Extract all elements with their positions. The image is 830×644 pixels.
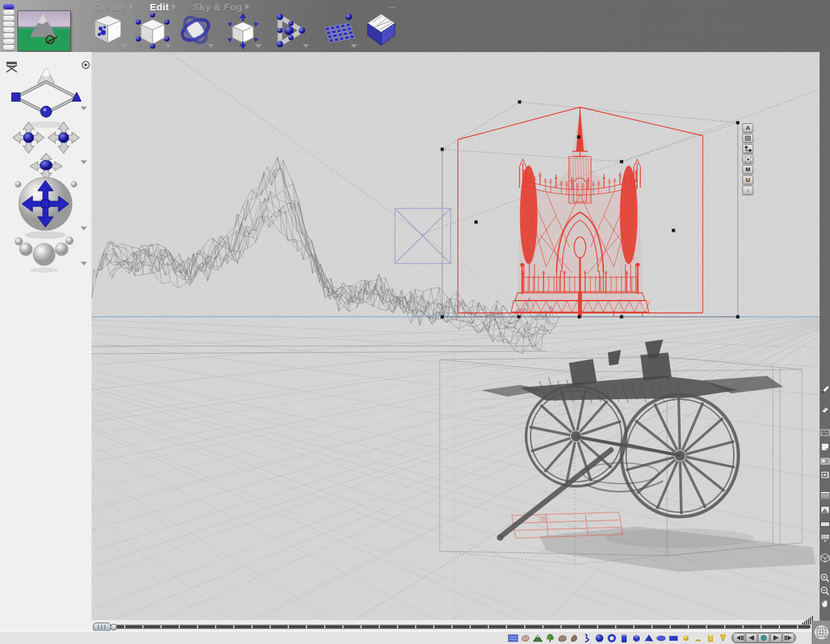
create-water-plane-icon[interactable] xyxy=(507,632,519,643)
menu-create[interactable]: Create xyxy=(94,1,133,12)
cannon-wireframe[interactable] xyxy=(472,340,816,572)
trackball-dropdown-icon[interactable] xyxy=(81,227,87,230)
menu-arrow-icon xyxy=(245,3,249,10)
menu-sky-fog[interactable]: Sky & Fog xyxy=(193,1,249,12)
swatch-button[interactable] xyxy=(742,134,753,143)
page-corner-icon[interactable] xyxy=(820,441,830,452)
memory-dot-8[interactable] xyxy=(3,45,14,50)
origin-button[interactable] xyxy=(742,155,753,164)
reposition-tool-icon-dropdown[interactable] xyxy=(255,44,262,48)
window-resize-icon[interactable]: ↔ xyxy=(387,0,397,11)
create-dome-light-icon[interactable] xyxy=(692,632,704,643)
antialias-lines-icon[interactable] xyxy=(820,490,830,501)
terrain-editor-icon[interactable] xyxy=(364,13,401,49)
render-wide-icon[interactable] xyxy=(820,519,830,529)
render-box-center-icon[interactable] xyxy=(820,469,830,480)
menu-bar: Create Edit Sky & Fog xyxy=(94,1,249,12)
timeline-playhead[interactable] xyxy=(93,623,111,632)
resize-tool-icon[interactable] xyxy=(135,13,171,49)
material-button[interactable]: M xyxy=(742,165,753,174)
menu-edit[interactable]: Edit xyxy=(150,1,177,12)
edit-textures-cube-icon-dropdown[interactable] xyxy=(121,44,128,48)
memory-dot-4[interactable] xyxy=(3,21,14,27)
top-toolbar: Create Edit Sky & Fog ↔ xyxy=(0,0,830,52)
pan-hand-icon[interactable] xyxy=(820,598,830,608)
memory-dot-1[interactable] xyxy=(3,4,14,9)
timeline-row xyxy=(92,620,820,631)
memory-dot-3[interactable] xyxy=(3,16,14,21)
create-pyramid-icon[interactable] xyxy=(643,632,655,643)
create-cylinder-icon[interactable] xyxy=(618,632,630,643)
resize-tool-icon-dropdown[interactable] xyxy=(165,44,171,48)
rotate-tool-icon-dropdown[interactable] xyxy=(208,44,214,48)
memory-dot-2[interactable] xyxy=(3,10,14,15)
render-region-icon[interactable] xyxy=(820,427,830,438)
create-palette xyxy=(507,632,764,643)
create-spot-light-icon[interactable] xyxy=(705,632,716,643)
alignment-tool-icon-dropdown[interactable] xyxy=(303,44,309,48)
create-symmetric-lattice-icon[interactable] xyxy=(581,632,593,643)
camera-widget-dropdown-icon[interactable] xyxy=(81,106,87,110)
create-square-spot-light-icon[interactable] xyxy=(717,632,729,643)
wireframe-cube-icon[interactable] xyxy=(820,552,830,563)
memory-dot-7[interactable] xyxy=(3,39,14,44)
create-torus-icon[interactable] xyxy=(606,632,618,643)
view-preset-spheres[interactable] xyxy=(4,235,88,275)
render-box-small-icon[interactable] xyxy=(820,456,830,466)
alignment-tool-icon[interactable] xyxy=(273,13,309,49)
ground-grid xyxy=(92,310,820,622)
create-terrain-mountain-icon[interactable] xyxy=(532,632,544,643)
jump-to-start-button[interactable] xyxy=(733,633,745,643)
zoom-in-icon[interactable] xyxy=(820,573,830,583)
camera-trackball[interactable] xyxy=(16,175,77,240)
create-tree-icon[interactable] xyxy=(544,632,556,643)
object-control-column: AMU↓ xyxy=(742,123,753,195)
create-cube-icon[interactable] xyxy=(631,632,642,643)
reposition-tool-icon[interactable] xyxy=(225,13,262,49)
menu-arrow-icon xyxy=(172,3,176,10)
zoom-out-icon[interactable] xyxy=(820,586,830,596)
link-button[interactable] xyxy=(742,144,753,153)
create-boulder-icon[interactable] xyxy=(557,632,568,643)
wireframe-globe-icon xyxy=(814,625,829,640)
menu-arrow-icon xyxy=(129,3,133,10)
edit-textures-cube-icon[interactable] xyxy=(92,13,128,49)
multi-replicate-tool-icon[interactable] xyxy=(321,13,357,49)
rotate-tool-icon[interactable] xyxy=(178,13,214,49)
timeline-key-knob[interactable] xyxy=(110,624,117,630)
gothic-monument-wireframe[interactable] xyxy=(511,107,650,317)
create-stone-icon[interactable] xyxy=(520,632,531,643)
pencil-icon[interactable] xyxy=(820,384,830,395)
jump-to-end-button[interactable] xyxy=(783,633,794,643)
terrain-wireframe[interactable] xyxy=(92,157,561,354)
preview-grass xyxy=(18,37,70,51)
create-sphere-icon[interactable] xyxy=(594,632,605,643)
display-tool-strip xyxy=(820,52,830,644)
wireframe-globe-corner[interactable] xyxy=(812,621,830,644)
render-grid-icon[interactable] xyxy=(820,532,830,543)
uv-button[interactable]: U xyxy=(742,175,753,184)
create-plane-rect-icon[interactable] xyxy=(668,632,679,643)
render-preview-icon[interactable] xyxy=(820,504,830,515)
animation-playback-controls xyxy=(731,632,796,643)
drop-arrow-button[interactable]: ↓ xyxy=(742,186,753,195)
camera-control-sidebar xyxy=(0,52,92,644)
nano-preview-render[interactable] xyxy=(18,10,71,51)
next-frame-button[interactable] xyxy=(770,633,782,643)
attributes-button[interactable]: A xyxy=(742,123,753,132)
memory-dot-5[interactable] xyxy=(3,27,14,32)
multi-replicate-tool-icon-dropdown[interactable] xyxy=(351,44,357,48)
timeline-ticks xyxy=(107,625,809,628)
play-button[interactable] xyxy=(758,633,770,643)
pan-arrows-dropdown-icon[interactable] xyxy=(81,160,87,164)
create-leaf-rock-icon[interactable] xyxy=(569,632,581,643)
create-radial-light-icon[interactable] xyxy=(680,632,692,643)
bryce-app-window: Create Edit Sky & Fog ↔ xyxy=(0,0,830,644)
eraser-icon[interactable] xyxy=(820,404,830,414)
previous-frame-button[interactable] xyxy=(746,633,757,643)
create-disc-icon[interactable] xyxy=(655,632,667,643)
view-presets-dropdown-icon[interactable] xyxy=(81,262,87,266)
wireframe-viewport[interactable] xyxy=(92,52,820,622)
memory-dot-6[interactable] xyxy=(3,33,14,38)
bottom-bar: 00:00:00.00 xyxy=(0,631,830,644)
